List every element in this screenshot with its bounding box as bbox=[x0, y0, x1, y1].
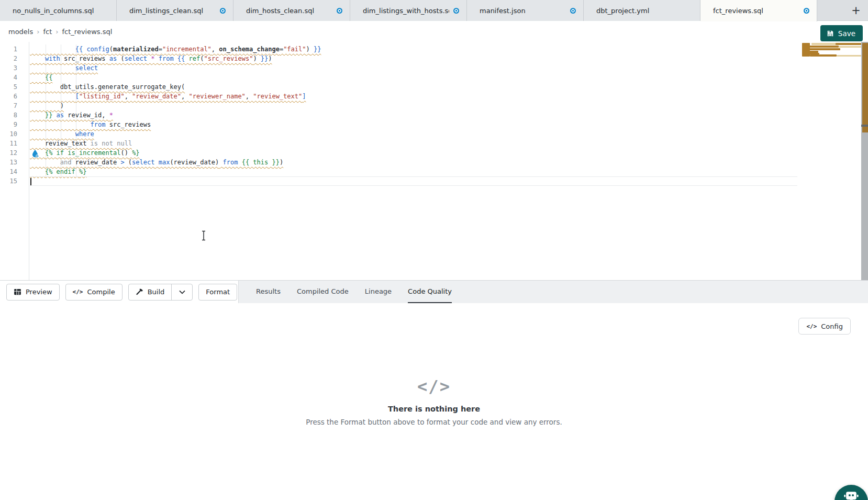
line-number: 4 bbox=[0, 73, 29, 82]
line-number: 6 bbox=[0, 92, 29, 101]
code-line[interactable]: {{ config(materialized="incremental", on… bbox=[30, 45, 797, 54]
unsaved-indicator-icon bbox=[804, 8, 809, 14]
panel-tab-compiled-code[interactable]: Compiled Code bbox=[297, 281, 349, 303]
editor-gutter: 123456789101112131415 bbox=[0, 42, 29, 280]
code-action-drop-icon[interactable] bbox=[31, 150, 40, 158]
empty-state: </> There is nothing here Press the Form… bbox=[0, 376, 868, 426]
code-line[interactable]: {{ bbox=[30, 73, 797, 82]
preview-button-label: Preview bbox=[26, 288, 52, 296]
format-button[interactable]: Format bbox=[198, 284, 237, 301]
code-line[interactable]: from src_reviews bbox=[30, 120, 797, 129]
line-number: 14 bbox=[0, 167, 29, 176]
tab-label: fct_reviews.sql bbox=[713, 7, 799, 15]
panel-tab-lineage[interactable]: Lineage bbox=[365, 281, 392, 303]
line-number: 1 bbox=[0, 45, 29, 54]
code-quality-panel: </> Config </> There is nothing here Pre… bbox=[0, 303, 868, 500]
code-line[interactable]: where bbox=[30, 129, 797, 139]
tab-label: dim_listings_with_hosts.sql bbox=[363, 7, 449, 15]
code-line[interactable]: with src_reviews as (select * from {{ re… bbox=[30, 54, 797, 63]
editor-scrollbar[interactable] bbox=[861, 42, 868, 280]
line-number: 11 bbox=[0, 139, 29, 148]
code-slash-icon: </> bbox=[0, 376, 868, 396]
tab-no-nulls-in-columns-sql[interactable]: no_nulls_in_columns.sql bbox=[0, 0, 117, 21]
lint-overview-marker bbox=[862, 43, 868, 132]
build-split-button: Build bbox=[128, 284, 193, 301]
compile-button[interactable]: </> Compile bbox=[65, 284, 123, 301]
tab-dbt-project-yml[interactable]: dbt_project.yml bbox=[584, 0, 700, 21]
code-line[interactable] bbox=[30, 176, 797, 186]
breadcrumb-separator: › bbox=[55, 28, 58, 36]
config-button-label: Config bbox=[821, 323, 843, 330]
result-panel-tabs: ResultsCompiled CodeLineageCode Quality bbox=[238, 281, 868, 303]
toolbar-buttons: Preview </> Compile Build Format bbox=[0, 281, 238, 303]
save-button-label: Save bbox=[838, 29, 855, 38]
code-line[interactable]: dbt_utils.generate_surrogate_key( bbox=[30, 82, 797, 92]
panel-tab-code-quality[interactable]: Code Quality bbox=[408, 281, 452, 303]
file-tab-bar: no_nulls_in_columns.sqldim_listings_clea… bbox=[0, 0, 868, 21]
tab-dim-listings-clean-sql[interactable]: dim_listings_clean.sql bbox=[117, 0, 233, 21]
tab-label: manifest.json bbox=[480, 7, 566, 15]
code-line[interactable]: {% endif %} bbox=[30, 167, 797, 176]
editor-code-area[interactable]: {{ config(materialized="incremental", on… bbox=[30, 42, 797, 280]
compile-code-icon: </> bbox=[73, 288, 83, 295]
config-code-icon: </> bbox=[806, 323, 817, 330]
tab-dim-listings-with-hosts-sql[interactable]: dim_listings_with_hosts.sql bbox=[350, 0, 467, 21]
line-number: 15 bbox=[0, 176, 29, 186]
tab-label: no_nulls_in_columns.sql bbox=[13, 7, 109, 15]
code-line[interactable]: and review_date > (select max(review_dat… bbox=[30, 158, 797, 167]
tab-dim-hosts-clean-sql[interactable]: dim_hosts_clean.sql bbox=[233, 0, 350, 21]
line-number: 5 bbox=[0, 82, 29, 92]
code-line[interactable]: }} as review_id, * bbox=[30, 110, 797, 120]
new-tab-button[interactable]: + bbox=[847, 0, 865, 21]
line-number: 2 bbox=[0, 54, 29, 63]
tab-manifest-json[interactable]: manifest.json bbox=[467, 0, 584, 21]
build-options-dropdown[interactable] bbox=[171, 284, 192, 300]
line-number: 12 bbox=[0, 148, 29, 158]
unsaved-indicator-icon bbox=[570, 8, 576, 14]
code-line[interactable]: ["listing_id", "review_date", "reviewer_… bbox=[30, 92, 797, 101]
tab-label: dbt_project.yml bbox=[596, 7, 693, 15]
breadcrumb: models›fct›fct_reviews.sql bbox=[8, 28, 112, 36]
cursor-overview-marker bbox=[861, 125, 868, 127]
empty-state-title: There is nothing here bbox=[0, 405, 868, 413]
preview-button[interactable]: Preview bbox=[6, 284, 60, 301]
unsaved-indicator-icon bbox=[453, 8, 459, 14]
unsaved-indicator-icon bbox=[337, 8, 342, 14]
tab-label: dim_listings_clean.sql bbox=[129, 7, 216, 15]
save-button[interactable]: Save bbox=[820, 25, 863, 41]
code-line[interactable]: review_text is not null bbox=[30, 139, 797, 148]
text-cursor bbox=[30, 178, 31, 185]
line-number: 13 bbox=[0, 158, 29, 167]
build-button-label: Build bbox=[148, 288, 165, 296]
editor-toolbar: Preview </> Compile Build Format Results… bbox=[0, 280, 868, 303]
build-hammer-icon bbox=[136, 288, 143, 296]
breadcrumb-item-fct-reviews-sql[interactable]: fct_reviews.sql bbox=[62, 28, 113, 36]
breadcrumb-separator: › bbox=[37, 28, 39, 36]
line-number: 9 bbox=[0, 120, 29, 129]
chevron-down-icon bbox=[179, 290, 185, 294]
panel-tab-results[interactable]: Results bbox=[256, 281, 281, 303]
editor-minimap[interactable] bbox=[797, 42, 861, 280]
line-number: 8 bbox=[0, 110, 29, 120]
empty-state-description: Press the Format button above to format … bbox=[0, 418, 868, 426]
line-number: 10 bbox=[0, 129, 29, 139]
code-editor[interactable]: 123456789101112131415 {{ config(material… bbox=[0, 42, 868, 280]
unsaved-indicator-icon bbox=[220, 8, 226, 14]
preview-table-icon bbox=[14, 288, 21, 296]
config-button[interactable]: </> Config bbox=[798, 318, 851, 335]
chatbot-robot-icon bbox=[843, 488, 860, 500]
format-button-label: Format bbox=[206, 288, 230, 296]
build-button[interactable]: Build bbox=[129, 284, 172, 300]
line-number: 7 bbox=[0, 101, 29, 110]
breadcrumb-bar: models›fct›fct_reviews.sql Save bbox=[0, 21, 868, 42]
save-floppy-icon bbox=[827, 30, 834, 37]
line-number: 3 bbox=[0, 63, 29, 73]
compile-button-label: Compile bbox=[87, 288, 115, 296]
breadcrumb-item-models[interactable]: models bbox=[8, 28, 33, 36]
code-line[interactable]: {% if is_incremental() %} bbox=[30, 148, 797, 158]
code-line[interactable]: ) bbox=[30, 101, 797, 110]
breadcrumb-item-fct[interactable]: fct bbox=[43, 28, 52, 36]
tab-label: dim_hosts_clean.sql bbox=[246, 7, 332, 15]
code-line[interactable]: select bbox=[30, 63, 797, 73]
tab-fct-reviews-sql[interactable]: fct_reviews.sql bbox=[700, 0, 817, 21]
